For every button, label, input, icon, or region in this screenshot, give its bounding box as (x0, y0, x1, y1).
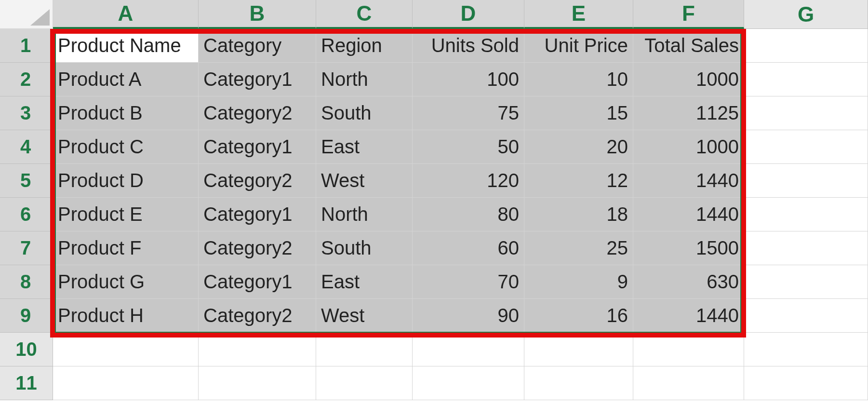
cell-D3[interactable]: 75 (413, 96, 524, 130)
row-10: 10 (0, 333, 868, 366)
cell-F6[interactable]: 1440 (633, 198, 744, 231)
cell-G3[interactable] (744, 96, 868, 130)
cell-A4[interactable]: Product C (53, 130, 199, 164)
cell-F9[interactable]: 1440 (633, 299, 744, 333)
cell-F8[interactable]: 630 (633, 265, 744, 299)
cell-E1[interactable]: Unit Price (524, 29, 633, 63)
cell-C9[interactable]: West (316, 299, 413, 333)
cell-A5[interactable]: Product D (53, 164, 199, 198)
cell-E2[interactable]: 10 (524, 63, 633, 96)
cell-A11[interactable] (53, 366, 199, 400)
row-header-3[interactable]: 3 (0, 96, 53, 130)
column-header-C[interactable]: C (316, 0, 413, 29)
column-header-G[interactable]: G (744, 0, 868, 29)
cell-C5[interactable]: West (316, 164, 413, 198)
cell-F3[interactable]: 1125 (633, 96, 744, 130)
cell-E6[interactable]: 18 (524, 198, 633, 231)
cell-B6[interactable]: Category1 (199, 198, 316, 231)
cell-G11[interactable] (744, 366, 868, 400)
row-header-2[interactable]: 2 (0, 63, 53, 96)
cell-E5[interactable]: 12 (524, 164, 633, 198)
column-header-A[interactable]: A (53, 0, 199, 29)
cell-D4[interactable]: 50 (413, 130, 524, 164)
cell-A1[interactable]: Product Name (53, 29, 199, 63)
cell-E3[interactable]: 15 (524, 96, 633, 130)
cell-F5[interactable]: 1440 (633, 164, 744, 198)
cell-F4[interactable]: 1000 (633, 130, 744, 164)
cell-G8[interactable] (744, 265, 868, 299)
cell-E11[interactable] (524, 366, 633, 400)
cell-B3[interactable]: Category2 (199, 96, 316, 130)
row-header-8[interactable]: 8 (0, 265, 53, 299)
cell-C8[interactable]: East (316, 265, 413, 299)
row-1: 1 Product Name Category Region Units Sol… (0, 29, 868, 63)
cell-A6[interactable]: Product E (53, 198, 199, 231)
column-header-E[interactable]: E (524, 0, 633, 29)
cell-B8[interactable]: Category1 (199, 265, 316, 299)
cell-F1[interactable]: Total Sales (633, 29, 744, 63)
cell-C1[interactable]: Region (316, 29, 413, 63)
cell-A10[interactable] (53, 333, 199, 366)
cell-D5[interactable]: 120 (413, 164, 524, 198)
cell-B7[interactable]: Category2 (199, 231, 316, 265)
column-header-D[interactable]: D (413, 0, 524, 29)
cell-D2[interactable]: 100 (413, 63, 524, 96)
cell-F2[interactable]: 1000 (633, 63, 744, 96)
cell-G1[interactable] (744, 29, 868, 63)
cell-F11[interactable] (633, 366, 744, 400)
row-header-5[interactable]: 5 (0, 164, 53, 198)
cell-B11[interactable] (199, 366, 316, 400)
column-header-B[interactable]: B (199, 0, 316, 29)
cell-C10[interactable] (316, 333, 413, 366)
cell-G5[interactable] (744, 164, 868, 198)
cell-B9[interactable]: Category2 (199, 299, 316, 333)
cell-D1[interactable]: Units Sold (413, 29, 524, 63)
cell-A3[interactable]: Product B (53, 96, 199, 130)
cell-E4[interactable]: 20 (524, 130, 633, 164)
column-header-row: A B C D E F G (0, 0, 868, 29)
cell-F7[interactable]: 1500 (633, 231, 744, 265)
cell-E8[interactable]: 9 (524, 265, 633, 299)
cell-D8[interactable]: 70 (413, 265, 524, 299)
row-2: 2 Product A Category1 North 100 10 1000 (0, 63, 868, 96)
row-header-4[interactable]: 4 (0, 130, 53, 164)
cell-E9[interactable]: 16 (524, 299, 633, 333)
cell-D10[interactable] (413, 333, 524, 366)
cell-D7[interactable]: 60 (413, 231, 524, 265)
cell-B1[interactable]: Category (199, 29, 316, 63)
row-header-6[interactable]: 6 (0, 198, 53, 231)
cell-G6[interactable] (744, 198, 868, 231)
cell-B2[interactable]: Category1 (199, 63, 316, 96)
cell-E7[interactable]: 25 (524, 231, 633, 265)
cell-G10[interactable] (744, 333, 868, 366)
select-all-corner[interactable] (0, 0, 53, 29)
cell-D9[interactable]: 90 (413, 299, 524, 333)
cell-C4[interactable]: East (316, 130, 413, 164)
cell-C11[interactable] (316, 366, 413, 400)
cell-B10[interactable] (199, 333, 316, 366)
cell-D11[interactable] (413, 366, 524, 400)
row-header-11[interactable]: 11 (0, 366, 53, 400)
cell-A7[interactable]: Product F (53, 231, 199, 265)
cell-C7[interactable]: South (316, 231, 413, 265)
cell-C2[interactable]: North (316, 63, 413, 96)
cell-G9[interactable] (744, 299, 868, 333)
cell-A2[interactable]: Product A (53, 63, 199, 96)
cell-F10[interactable] (633, 333, 744, 366)
cell-E10[interactable] (524, 333, 633, 366)
row-header-10[interactable]: 10 (0, 333, 53, 366)
cell-B5[interactable]: Category2 (199, 164, 316, 198)
row-header-7[interactable]: 7 (0, 231, 53, 265)
cell-G2[interactable] (744, 63, 868, 96)
cell-G7[interactable] (744, 231, 868, 265)
row-header-9[interactable]: 9 (0, 299, 53, 333)
column-header-F[interactable]: F (633, 0, 744, 29)
cell-A9[interactable]: Product H (53, 299, 199, 333)
cell-G4[interactable] (744, 130, 868, 164)
row-header-1[interactable]: 1 (0, 29, 53, 63)
cell-A8[interactable]: Product G (53, 265, 199, 299)
cell-C6[interactable]: North (316, 198, 413, 231)
cell-D6[interactable]: 80 (413, 198, 524, 231)
cell-C3[interactable]: South (316, 96, 413, 130)
cell-B4[interactable]: Category1 (199, 130, 316, 164)
